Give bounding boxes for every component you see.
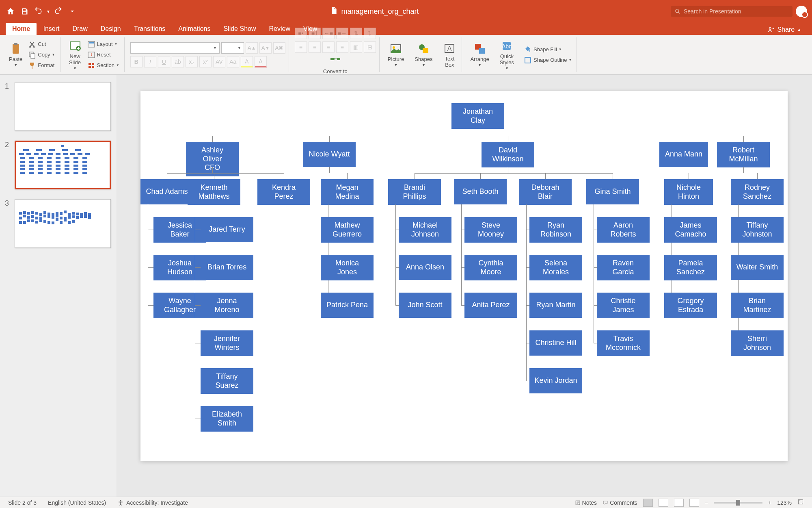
bullets-icon[interactable]: ≡•	[295, 28, 307, 39]
notes-button[interactable]: Notes	[575, 499, 597, 506]
slide-thumbnail-2[interactable]	[15, 141, 111, 189]
org-node[interactable]: Anita Perez	[464, 293, 517, 318]
org-node[interactable]: Elizabeth Smith	[201, 406, 253, 432]
org-node[interactable]: Brandi Phillips	[388, 179, 441, 205]
tab-home[interactable]: Home	[6, 23, 37, 35]
decrease-font-icon[interactable]: A▼	[259, 42, 272, 54]
change-case-icon[interactable]: Aa	[227, 56, 239, 67]
org-node[interactable]: Brian Martinez	[731, 293, 784, 318]
shape-fill-button[interactable]: Shape Fill▼	[522, 45, 573, 54]
sorter-view-button[interactable]	[659, 499, 668, 507]
copy-button[interactable]: Copy▼	[26, 50, 56, 60]
align-center-icon[interactable]: ≡	[309, 41, 321, 53]
org-node[interactable]: James Camacho	[664, 217, 717, 243]
subscript-icon[interactable]: x₂	[186, 56, 198, 67]
font-color-icon[interactable]: A	[255, 56, 267, 67]
underline-icon[interactable]: U	[158, 56, 170, 67]
org-node[interactable]: Christine Hill	[529, 330, 582, 356]
highlight-icon[interactable]: A	[241, 56, 253, 67]
picture-button[interactable]: Picture▼	[385, 41, 406, 69]
org-node[interactable]: Monica Jones	[321, 255, 374, 280]
strike-icon[interactable]: ab	[172, 56, 184, 67]
new-slide-button[interactable]: New Slide ▼	[66, 38, 84, 72]
org-node[interactable]: Mathew Guerrero	[321, 217, 374, 243]
org-node[interactable]: Chad Adams	[140, 179, 193, 204]
superscript-icon[interactable]: x²	[199, 56, 212, 67]
font-family-dropdown[interactable]: ▼	[130, 42, 220, 54]
line-spacing-icon[interactable]: ⇅	[350, 28, 362, 39]
numbering-icon[interactable]: ≡1	[309, 28, 321, 39]
text-direction-icon[interactable]: ⤵	[364, 28, 376, 39]
layout-button[interactable]: Layout▼	[86, 39, 121, 49]
zoom-level[interactable]: 123%	[777, 499, 792, 506]
zoom-in-button[interactable]: +	[768, 499, 771, 506]
font-size-dropdown[interactable]: ▼	[221, 42, 244, 54]
search-input[interactable]: Search in Presentation	[671, 6, 793, 17]
org-node[interactable]: Megan Medina	[321, 179, 374, 205]
org-node[interactable]: Pamela Sanchez	[664, 255, 717, 280]
org-node[interactable]: David Wilkinson	[482, 142, 534, 167]
org-node[interactable]: Sherri Johnson	[731, 330, 784, 356]
org-node[interactable]: Travis Mccormick	[597, 330, 650, 356]
redo-icon[interactable]	[53, 6, 64, 17]
reading-view-button[interactable]	[674, 499, 684, 507]
accessibility-status[interactable]: Accessibility: Investigate	[117, 499, 188, 506]
slide-thumbnail-1[interactable]	[15, 82, 111, 131]
tab-review[interactable]: Review	[262, 23, 296, 35]
org-node[interactable]: Jared Terry	[201, 217, 253, 242]
undo-icon[interactable]	[32, 6, 44, 17]
org-node[interactable]: Steve Mooney	[464, 217, 517, 243]
align-left-icon[interactable]: ≡	[295, 41, 307, 53]
org-node[interactable]: Patrick Pena	[321, 293, 374, 318]
slide-thumbnail-3[interactable]	[15, 199, 111, 248]
org-node[interactable]: Raven Garcia	[597, 255, 650, 280]
bold-icon[interactable]: B	[130, 56, 143, 67]
org-node[interactable]: John Scott	[399, 293, 451, 318]
textbox-button[interactable]: AText Box	[441, 40, 458, 69]
org-node[interactable]: Tiffany Johnston	[731, 217, 784, 243]
clear-format-icon[interactable]: A✖	[273, 42, 285, 54]
zoom-slider[interactable]	[714, 502, 762, 504]
cut-button[interactable]: Cut	[26, 39, 56, 49]
language-status[interactable]: English (United States)	[48, 499, 106, 506]
section-button[interactable]: Section▼	[86, 61, 121, 70]
fit-window-button[interactable]	[797, 499, 804, 506]
justify-icon[interactable]: ≡	[336, 41, 348, 53]
org-node[interactable]: Anna Mann	[659, 142, 708, 167]
char-spacing-icon[interactable]: AV	[213, 56, 225, 67]
org-node[interactable]: Rodney Sanchez	[731, 179, 784, 205]
org-node[interactable]: Anna Olsen	[399, 255, 451, 280]
save-icon[interactable]	[19, 6, 30, 17]
tab-slide-show[interactable]: Slide Show	[217, 23, 262, 35]
org-node[interactable]: Seth Booth	[454, 179, 507, 204]
slideshow-view-button[interactable]	[689, 499, 699, 507]
org-node[interactable]: Walter Smith	[731, 255, 784, 280]
org-node[interactable]: Kenneth Matthews	[188, 179, 240, 205]
shapes-button[interactable]: Shapes▼	[412, 41, 435, 69]
org-node[interactable]: Gina Smith	[586, 179, 639, 204]
org-node[interactable]: Kevin Jordan	[529, 368, 582, 393]
org-node[interactable]: Christie James	[597, 293, 650, 318]
increase-font-icon[interactable]: A▲	[246, 42, 258, 54]
share-button[interactable]: Share ▲	[762, 24, 806, 35]
reset-button[interactable]: Reset	[86, 50, 121, 60]
org-node[interactable]: Ryan Martin	[529, 293, 582, 318]
italic-icon[interactable]: I	[144, 56, 156, 67]
org-node[interactable]: Selena Morales	[529, 255, 582, 280]
collapse-ribbon-icon[interactable]: ▲	[797, 27, 801, 32]
org-node[interactable]: Jenna Moreno	[201, 293, 253, 318]
undo-dropdown-icon[interactable]: ▼	[46, 9, 50, 14]
qat-more-icon[interactable]	[67, 6, 78, 17]
org-node[interactable]: Cynthia Moore	[464, 255, 517, 280]
shape-outline-button[interactable]: Shape Outline▼	[522, 55, 573, 65]
paste-button[interactable]: Paste ▼	[6, 41, 25, 69]
comments-button[interactable]: Comments	[603, 499, 637, 506]
org-node[interactable]: Nicole Wyatt	[303, 142, 356, 167]
tab-animations[interactable]: Animations	[172, 23, 217, 35]
zoom-out-button[interactable]: −	[705, 499, 708, 506]
org-node[interactable]: Aaron Roberts	[597, 217, 650, 243]
org-node[interactable]: Michael Johnson	[399, 217, 451, 243]
org-node[interactable]: Deborah Blair	[519, 179, 572, 205]
org-node[interactable]: Gregory Estrada	[664, 293, 717, 318]
tab-transitions[interactable]: Transitions	[127, 23, 172, 35]
